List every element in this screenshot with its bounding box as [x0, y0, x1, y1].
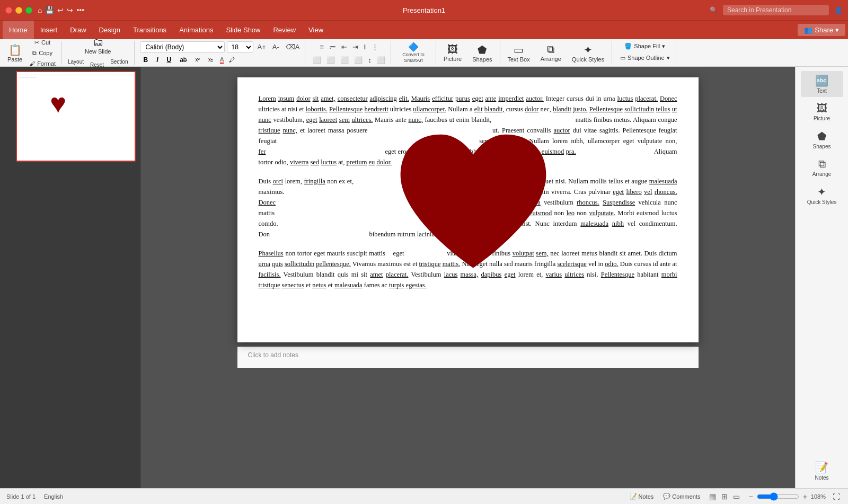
paste-button[interactable]: 📋 Paste — [3, 41, 26, 65]
font-color-btn[interactable]: A — [218, 55, 226, 65]
title-right: 🔍 👤 — [710, 5, 843, 15]
font-size-selector[interactable]: 18 — [227, 41, 253, 53]
decrease-font-btn[interactable]: A- — [270, 41, 281, 52]
home-icon[interactable]: ⌂ — [38, 6, 42, 14]
reading-view-btn[interactable]: ▭ — [731, 492, 741, 501]
underline-button[interactable]: U — [163, 55, 175, 65]
paragraph-3: Phasellus non tortor eget mauris suscipi… — [259, 248, 677, 290]
text-direction-btn[interactable]: ↕ — [366, 55, 374, 66]
shape-outline-button[interactable]: ▭ Shape Outline ▾ — [617, 53, 673, 63]
notes-status-btn[interactable]: 📝 Notes — [628, 491, 656, 501]
align-center-btn[interactable]: ⬜ — [324, 55, 337, 66]
align-left-btn[interactable]: ⬜ — [311, 55, 323, 66]
notes-area[interactable]: Click to add notes — [237, 347, 699, 368]
slide-group: 🗂 New Slide Layout ▾ Reset Section ▾ — [65, 41, 135, 65]
traffic-lights — [5, 7, 32, 14]
copy-button[interactable]: ⧉ Copy — [26, 48, 58, 58]
sidebar-tool-notes[interactable]: 📝 Notes — [801, 458, 843, 484]
search-icon: 🔍 — [710, 6, 718, 14]
menu-right: 👥 Share ▾ — [798, 21, 845, 39]
align-right-btn[interactable]: ⬜ — [338, 55, 351, 66]
redo-icon[interactable]: ↪ — [67, 6, 73, 14]
cut-button[interactable]: ✂ Cut — [26, 38, 58, 48]
slide-panel: 1 Lorem ipsum dolor sit amet, consectetu… — [0, 67, 140, 488]
subscript-button[interactable]: x₂ — [205, 55, 217, 65]
menu-transitions[interactable]: Transitions — [127, 21, 173, 39]
view-buttons: ▦ ⊞ ▭ — [708, 492, 741, 501]
picture-label: Picture — [814, 116, 830, 121]
share-button[interactable]: 👥 Share ▾ — [798, 24, 845, 36]
sidebar-tool-picture[interactable]: 🖼 Picture — [801, 99, 843, 125]
menu-slideshow[interactable]: Slide Show — [219, 21, 267, 39]
more-icon[interactable]: ••• — [76, 6, 84, 14]
notes-status-icon: 📝 — [630, 493, 637, 500]
zoom-control: − + 108% — [747, 492, 826, 501]
quick-styles-sidebar-icon: ✦ — [817, 185, 826, 198]
save-icon[interactable]: 💾 — [45, 6, 54, 14]
minimize-button[interactable] — [15, 7, 22, 14]
italic-button[interactable]: I — [153, 55, 162, 65]
quick-styles-button[interactable]: ✦ Quick Styles — [568, 41, 608, 65]
shape-fill-button[interactable]: 🪣 Shape Fill ▾ — [622, 41, 668, 51]
font-selector[interactable]: Calibri (Body) — [140, 41, 225, 53]
maximize-button[interactable] — [25, 7, 32, 14]
menu-insert[interactable]: Insert — [34, 21, 64, 39]
font-group: Calibri (Body) 18 A+ A- ⌫A B I U ab x² x… — [138, 41, 306, 65]
picture-button[interactable]: 🖼 Picture — [439, 41, 466, 65]
more-paragraph-btn[interactable]: ⋮ — [369, 41, 381, 53]
paragraph-1: Lorem ipsum dolor sit amet, consectetur … — [259, 93, 677, 167]
normal-view-btn[interactable]: ▦ — [708, 492, 718, 501]
fit-slide-btn[interactable]: ⛶ — [831, 492, 842, 501]
close-button[interactable] — [5, 7, 12, 14]
shape-style-group: 🪣 Shape Fill ▾ ▭ Shape Outline ▾ — [615, 41, 676, 65]
sidebar-tool-quick-styles[interactable]: ✦ Quick Styles — [801, 182, 843, 208]
grid-view-btn[interactable]: ⊞ — [720, 492, 729, 501]
search-input[interactable] — [723, 5, 829, 15]
comments-icon: 💬 — [663, 493, 670, 500]
decrease-indent-btn[interactable]: ⇤ — [339, 41, 349, 53]
window-controls: ⌂ 💾 ↩ ↪ ••• — [38, 6, 84, 14]
canvas-area: Lorem ipsum dolor sit amet, consectetur … — [140, 67, 795, 488]
bold-button[interactable]: B — [140, 55, 152, 65]
zoom-slider[interactable] — [757, 492, 799, 501]
clear-format-btn[interactable]: ⌫A — [284, 41, 302, 52]
sidebar-tool-shapes[interactable]: ⬟ Shapes — [801, 127, 843, 153]
zoom-in-btn[interactable]: + — [801, 492, 809, 501]
sidebar-tool-text[interactable]: 🔤 Text — [801, 71, 843, 97]
textbox-button[interactable]: ▭ Text Box — [504, 41, 534, 65]
menu-review[interactable]: Review — [267, 21, 302, 39]
columns-btn[interactable]: ⦀ — [361, 41, 368, 53]
strikethrough-button[interactable]: ab — [176, 55, 190, 65]
numbered-list-btn[interactable]: ≔ — [327, 41, 338, 53]
arrange-button[interactable]: ⧉ Arrange — [536, 41, 566, 65]
slide-canvas[interactable]: Lorem ipsum dolor sit amet, consectetur … — [237, 77, 699, 342]
toolbar: 📋 Paste ✂ Cut ⧉ Copy 🖌 Format 🗂 New Slid… — [0, 39, 848, 67]
outline-icon: ▭ — [620, 55, 625, 61]
new-slide-button[interactable]: 🗂 New Slide — [81, 33, 116, 57]
bullet-list-btn[interactable]: ≡ — [317, 41, 326, 53]
comments-status-btn[interactable]: 💬 Comments — [661, 491, 702, 501]
user-icon[interactable]: 👤 — [834, 6, 843, 14]
textbox-icon: ▭ — [514, 43, 524, 56]
shapes-icon: ⬟ — [478, 43, 487, 56]
zoom-level: 108% — [811, 493, 826, 500]
slide-info: Slide 1 of 1 — [6, 493, 36, 500]
align-vertical-btn[interactable]: ⬜ — [375, 55, 387, 66]
sidebar-tool-arrange[interactable]: ⧉ Arrange — [801, 155, 843, 180]
zoom-out-btn[interactable]: − — [747, 492, 754, 501]
convert-smartart-btn[interactable]: 🔷 Convert to SmartArt — [394, 39, 432, 67]
menu-home[interactable]: Home — [3, 21, 34, 39]
menu-view[interactable]: View — [302, 21, 330, 39]
main-layout: 1 Lorem ipsum dolor sit amet, consectetu… — [0, 67, 848, 488]
language-info: English — [44, 493, 63, 500]
justify-btn[interactable]: ⬜ — [352, 55, 365, 66]
increase-font-btn[interactable]: A+ — [255, 41, 268, 52]
increase-indent-btn[interactable]: ⇥ — [350, 41, 360, 53]
menu-animations[interactable]: Animations — [173, 21, 219, 39]
highlight-btn[interactable]: 🖍 — [227, 55, 237, 65]
shapes-button[interactable]: ⬟ Shapes — [468, 41, 496, 65]
quick-styles-sidebar-label: Quick Styles — [807, 199, 837, 205]
slide-thumbnail[interactable]: Lorem ipsum dolor sit amet, consectetur … — [16, 71, 136, 162]
undo-icon[interactable]: ↩ — [57, 6, 64, 14]
superscript-button[interactable]: x² — [192, 55, 204, 65]
